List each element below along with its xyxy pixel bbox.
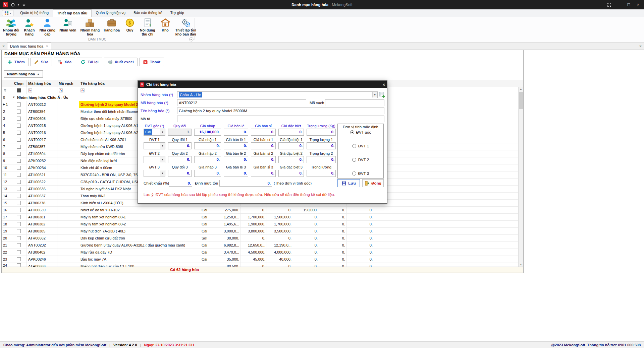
row-checkbox[interactable] xyxy=(17,263,21,267)
header-ma-vach[interactable]: Mã vạch xyxy=(57,80,79,87)
filter-condition-icon[interactable] xyxy=(80,88,85,93)
row-checkbox[interactable] xyxy=(17,117,21,121)
minimize-button[interactable]: – xyxy=(618,0,621,9)
table-row[interactable]: 19ATB00385Máy hút dịch 7A-23B ( 40L)Cái3… xyxy=(2,228,523,235)
row-checkbox[interactable] xyxy=(17,166,21,170)
unit-field-0-5[interactable]: 0. xyxy=(307,129,336,136)
filter-condition-icon[interactable] xyxy=(59,88,63,93)
row-checkbox[interactable] xyxy=(17,131,21,135)
ribbon-button-quy[interactable]: $Quỹ xyxy=(122,17,138,33)
unit-field-3-2[interactable]: 0. xyxy=(224,170,248,177)
chevron-down-icon[interactable]: ▾ xyxy=(160,143,165,149)
fullscreen-icon[interactable] xyxy=(607,3,611,7)
header-chon[interactable]: Chọn xyxy=(11,80,27,87)
ribbon-button-nhom-hang-hoa[interactable]: Nhóm hàng hóa xyxy=(78,17,101,37)
desc-input[interactable] xyxy=(177,116,384,122)
unit-field-0-2[interactable]: 0. xyxy=(224,129,248,136)
row-checkbox[interactable] xyxy=(17,187,21,191)
unit-field-1-3[interactable]: 0. xyxy=(251,142,276,149)
unit-field-2-3[interactable]: 0. xyxy=(251,156,276,163)
table-row[interactable]: 20ATH00662Dây kẹp châm cứu đất trònSợi30… xyxy=(2,235,523,242)
unit-field-0-1[interactable]: 16,100,000. xyxy=(194,129,221,136)
row-checkbox[interactable] xyxy=(17,222,21,226)
unit-field-1-2[interactable]: 0. xyxy=(224,142,248,149)
row-checkbox[interactable] xyxy=(17,102,21,107)
filter-ma-cell[interactable] xyxy=(27,87,57,94)
default-unit-option-dvt-goc[interactable]: ĐVT gốc xyxy=(338,130,383,135)
toolbar-button-thoat[interactable]: Thoát xyxy=(139,58,164,66)
table-row[interactable]: 17ATB00381Máy ly tâm xét nghiệm 80-1Cái1… xyxy=(2,214,523,221)
ribbon-tab-quan-tri-he-thong[interactable]: Quản trị hệ thống xyxy=(16,9,53,17)
row-checkbox[interactable] xyxy=(17,138,21,142)
ribbon-tab-tro-giup[interactable]: Trợ giúp xyxy=(166,9,188,17)
unit-field-1-1[interactable]: 0. xyxy=(194,142,221,149)
toolbar-button-xuat-excel[interactable]: Xuất excel xyxy=(104,58,138,66)
row-checkbox[interactable] xyxy=(17,236,21,240)
close-button[interactable]: × xyxy=(637,0,639,9)
ribbon-button-nha-cung-cap[interactable]: Nhà cung cấp xyxy=(38,17,57,37)
vertical-scrollbar[interactable]: ▲ ▼ xyxy=(518,87,523,267)
filter-condition-icon[interactable] xyxy=(28,88,33,93)
scroll-thumb[interactable] xyxy=(519,92,523,109)
app-menu-button[interactable]: ▾ xyxy=(2,10,13,16)
unit-field-2-2[interactable]: 0. xyxy=(224,156,248,163)
unit-field-3-4[interactable]: 0. xyxy=(278,170,304,177)
unit-field-0-4[interactable]: 0. xyxy=(278,129,304,136)
unit-field-0-0[interactable]: 1. xyxy=(168,129,192,136)
chevron-down-icon[interactable]: ▾ xyxy=(372,92,377,97)
group-by-button[interactable]: Nhóm hàng hóa ▲ xyxy=(4,70,43,78)
row-checkbox[interactable] xyxy=(17,110,21,114)
filter-chon-cell[interactable] xyxy=(11,87,27,94)
unit-combo-2[interactable]: ▾ xyxy=(144,156,165,163)
add-group-button[interactable] xyxy=(379,91,385,98)
group-combo[interactable]: Châu Á - Úc ▾ xyxy=(177,91,378,98)
unit-field-1-0[interactable]: 0. xyxy=(168,142,192,149)
code-input[interactable]: ANT00212 xyxy=(177,99,306,106)
unit-combo-3[interactable]: ▾ xyxy=(144,170,165,177)
ribbon-button-nhan-vien[interactable]: Nhân viên xyxy=(58,17,78,33)
ribbon-collapse-icon[interactable] xyxy=(189,37,194,42)
ribbon-button-hang-hoa[interactable]: Hàng hóa xyxy=(102,17,121,33)
row-checkbox[interactable] xyxy=(17,229,21,233)
toolbar-button-xoa[interactable]: Xóa xyxy=(54,58,75,66)
close-dialog-button[interactable]: Đóng xyxy=(362,179,384,187)
ribbon-button-khach-hang[interactable]: Khách hàng xyxy=(21,17,37,37)
row-checkbox[interactable] xyxy=(17,243,21,247)
row-checkbox[interactable] xyxy=(17,250,21,254)
table-row[interactable]: 21ANT00232Giường bệnh 3 tay quay ALK06-A… xyxy=(2,242,523,249)
discount-input[interactable]: 0. xyxy=(169,180,192,187)
filter-checkbox[interactable] xyxy=(17,88,21,92)
default-unit-option-dvt-2[interactable]: ĐVT 2 xyxy=(338,157,383,162)
chevron-down-icon[interactable]: ▾ xyxy=(160,157,165,162)
row-checkbox[interactable] xyxy=(17,152,21,156)
table-row[interactable]: 24ATH00666Miếng hút điện cực của CTT-100… xyxy=(2,263,523,267)
row-checkbox[interactable] xyxy=(17,124,21,128)
filter-vach-cell[interactable] xyxy=(57,87,79,94)
chevron-down-icon[interactable]: ▾ xyxy=(160,170,165,176)
header-ma-hang-hoa[interactable]: Mã hàng hóa xyxy=(27,80,57,87)
barcode-input[interactable] xyxy=(325,99,384,106)
toolbar-button-tai-lai[interactable]: Tải lại xyxy=(77,58,102,66)
unit-field-0-3[interactable]: 0. xyxy=(251,129,276,136)
unit-field-2-5[interactable]: 0. xyxy=(307,156,336,163)
unit-field-3-0[interactable]: 0. xyxy=(168,170,192,177)
row-checkbox[interactable] xyxy=(17,194,21,198)
tab-danh-muc-hang-hoa[interactable]: Danh mục hàng hóa × xyxy=(7,43,51,50)
ribbon-button-noi-dung-thu-chi[interactable]: $Nội dung thu chi xyxy=(138,17,157,37)
dialog-title-bar[interactable]: V Chi tiết hàng hóa × xyxy=(138,81,387,88)
unit-field-2-4[interactable]: 0. xyxy=(278,156,304,163)
unit-field-1-5[interactable]: 0. xyxy=(307,142,336,149)
unit-field-2-1[interactable]: 0. xyxy=(194,156,221,163)
scroll-up-button[interactable]: ▲ xyxy=(519,87,523,91)
default-unit-option-dvt-1[interactable]: ĐVT 1 xyxy=(338,144,383,148)
table-row[interactable]: 16ATH00639Nhiệt kế đo tai YHT-102Cái275,… xyxy=(2,207,523,214)
unit-combo-1[interactable]: ▾ xyxy=(144,142,165,149)
ribbon-tab-quan-ly-nghiep-vu[interactable]: Quản lý nghiệp vụ xyxy=(92,9,129,17)
default-unit-option-dvt-3[interactable]: ĐVT 3 xyxy=(338,171,383,176)
row-checkbox[interactable] xyxy=(17,215,21,219)
stock-limit-input[interactable]: 0. xyxy=(219,180,272,187)
close-document-icon[interactable]: × xyxy=(637,43,644,50)
collapse-group-icon[interactable]: ▼ xyxy=(12,94,15,101)
row-checkbox[interactable] xyxy=(17,180,21,184)
customize-toolbar-icon[interactable] xyxy=(22,3,26,7)
